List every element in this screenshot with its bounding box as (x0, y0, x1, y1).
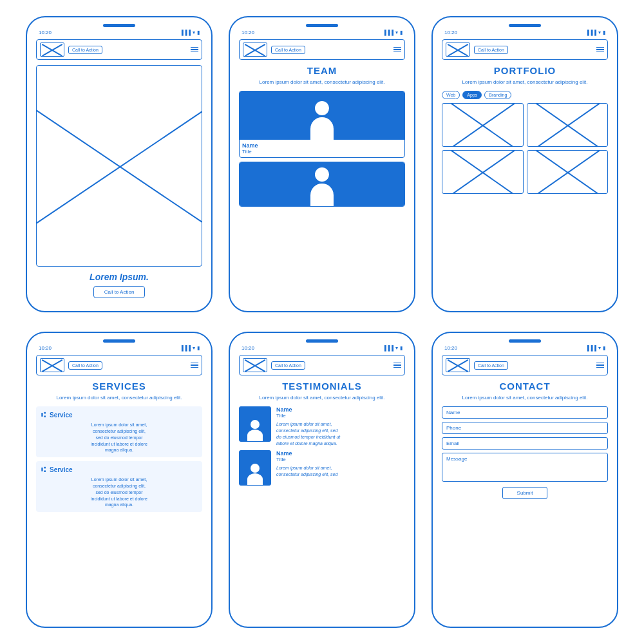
hamburger-menu[interactable] (393, 363, 401, 368)
avatar-head (315, 101, 329, 115)
navbar: Call to Action (239, 355, 405, 375)
section-desc: Lorem ipsum dolor sit amet, consectetur … (36, 394, 202, 401)
notch (509, 24, 541, 27)
portfolio-grid (442, 103, 608, 194)
portfolio-item-2 (527, 103, 609, 147)
status-icons: ▐▐▐ ▾ ▮ (383, 345, 402, 351)
hamburger-menu[interactable] (191, 363, 198, 368)
status-time: 10:20 (39, 30, 52, 35)
submit-button[interactable]: Submit (502, 487, 547, 499)
team-member-card-2 (239, 162, 405, 207)
testimonial-text-1: Lorem ipsum dolor sit amet,consectetur a… (276, 421, 405, 446)
section-desc: Lorem ipsum dolor sit amet, consectetur … (239, 79, 405, 86)
portfolio-content: PORTFOLIO Lorem ipsum dolor sit amet, co… (442, 65, 608, 302)
portfolio-item-1 (442, 103, 524, 147)
phone-portfolio: 10:20 ▐▐▐ ▾ ▮ Call to Action PORTFOLIO L… (431, 16, 618, 312)
status-icons: ▐▐▐ ▾ ▮ (180, 30, 200, 35)
navbar: Call to Action (442, 355, 608, 375)
nav-cta-button[interactable]: Call to Action (474, 361, 508, 370)
hamburger-menu[interactable] (191, 47, 198, 53)
logo (40, 358, 64, 372)
contact-message-field[interactable]: Message (442, 453, 608, 482)
nav-cta-button[interactable]: Call to Action (68, 46, 102, 54)
contact-name-field[interactable]: Name (442, 406, 608, 419)
status-time: 10:20 (444, 345, 457, 351)
navbar: Call to Action (36, 39, 202, 60)
nav-cta-button[interactable]: Call to Action (271, 46, 305, 54)
status-bar: 10:20 ▐▐▐ ▾ ▮ (36, 345, 202, 351)
phone-testimonials: 10:20 ▐▐▐ ▾ ▮ Call to Action TESTIMONIAL… (229, 332, 415, 628)
section-desc: Lorem ipsum dolor sit amet, consectetur … (239, 394, 405, 401)
testimonial-text-2: Lorem ipsum dolor sit amet,consectetur a… (276, 465, 405, 478)
avatar-head-2 (251, 464, 260, 473)
testimonials-content: TESTIMONIALS Lorem ipsum dolor sit amet,… (239, 381, 405, 618)
testimonial-card-1: Name Title Lorem ipsum dolor sit amet,co… (239, 406, 405, 446)
menu-line-2 (191, 49, 198, 50)
nav-cta-button[interactable]: Call to Action (474, 46, 508, 54)
team-member-card: Name Title (239, 91, 405, 158)
service-card-2: ⑆ Service Lorem ipsum dolor sit amet,con… (36, 461, 202, 512)
service-header-1: ⑆ Service (41, 410, 197, 419)
service-name-1: Service (50, 412, 73, 419)
contact-email-field[interactable]: Email (442, 437, 608, 450)
portfolio-item-4 (527, 150, 609, 194)
status-bar: 10:20 ▐▐▐ ▾ ▮ (36, 30, 202, 35)
navbar: Call to Action (239, 39, 405, 60)
section-desc: Lorem ipsum dolor sit amet, consectetur … (442, 79, 608, 86)
status-bar: 10:20 ▐▐▐ ▾ ▮ (239, 345, 405, 351)
tab-apps[interactable]: Apps (462, 91, 482, 99)
service-card-1: ⑆ Service Lorem ipsum dolor sit amet,con… (36, 406, 202, 457)
section-title: PORTFOLIO (442, 65, 608, 76)
service-header-2: ⑆ Service (41, 465, 197, 474)
hero-cta-button[interactable]: Call to Action (93, 286, 145, 298)
avatar-body (247, 430, 263, 441)
navbar: Call to Action (36, 355, 202, 375)
notch (306, 339, 338, 343)
phone-contact: 10:20 ▐▐▐ ▾ ▮ Call to Action CONTACT Lor… (431, 332, 618, 628)
logo (446, 358, 470, 372)
notch (103, 339, 135, 343)
tab-web[interactable]: Web (442, 91, 460, 99)
status-time: 10:20 (444, 30, 457, 35)
portfolio-tabs: Web Apps Branding (442, 91, 608, 99)
menu-line-1 (191, 47, 198, 48)
navbar: Call to Action (442, 39, 608, 60)
avatar-body-2 (310, 184, 334, 206)
testimonial-info-2: Name Title Lorem ipsum dolor sit amet,co… (276, 450, 405, 478)
testimonial-card-2: Name Title Lorem ipsum dolor sit amet,co… (239, 450, 405, 486)
section-title: TEAM (239, 65, 405, 76)
nav-cta-button[interactable]: Call to Action (271, 361, 305, 370)
avatar-image-2 (240, 162, 404, 206)
portfolio-item-3 (442, 150, 524, 194)
share-icon-2: ⑆ (41, 465, 46, 474)
hamburger-menu[interactable] (596, 363, 604, 368)
hamburger-menu[interactable] (596, 47, 604, 53)
tab-branding[interactable]: Branding (484, 91, 511, 99)
section-title: SERVICES (36, 381, 202, 392)
wireframe-grid: 10:20 ▐▐▐ ▾ ▮ Call to Action Lorem Ipsum… (13, 3, 631, 641)
contact-phone-field[interactable]: Phone (442, 422, 608, 434)
section-title: TESTIMONIALS (239, 381, 405, 392)
phone-team: 10:20 ▐▐▐ ▾ ▮ Call to Action TEAM Lorem … (229, 16, 415, 312)
phone-hero: 10:20 ▐▐▐ ▾ ▮ Call to Action Lorem Ipsum… (26, 16, 213, 312)
testimonial-title-2: Title (276, 457, 405, 462)
hamburger-menu[interactable] (393, 47, 401, 53)
service-desc-1: Lorem ipsum dolor sit amet,consectetur a… (41, 422, 197, 453)
logo (243, 43, 267, 57)
notch (509, 339, 541, 343)
hero-text: Lorem Ipsum. (36, 272, 202, 282)
notch (103, 24, 135, 27)
testimonial-avatar-1 (239, 406, 271, 442)
avatar-head-2 (315, 167, 329, 182)
avatar-image (240, 91, 404, 140)
hero-image-placeholder (36, 65, 202, 267)
status-icons: ▐▐▐ ▾ ▮ (383, 30, 402, 35)
status-bar: 10:20 ▐▐▐ ▾ ▮ (442, 345, 608, 351)
nav-cta-button[interactable]: Call to Action (68, 361, 102, 370)
logo (243, 358, 267, 372)
menu-line-3 (191, 52, 198, 53)
avatar-head (251, 420, 260, 429)
avatar-silhouette (309, 101, 335, 140)
testimonial-info-1: Name Title Lorem ipsum dolor sit amet,co… (276, 406, 405, 446)
status-icons: ▐▐▐ ▾ ▮ (180, 345, 200, 351)
